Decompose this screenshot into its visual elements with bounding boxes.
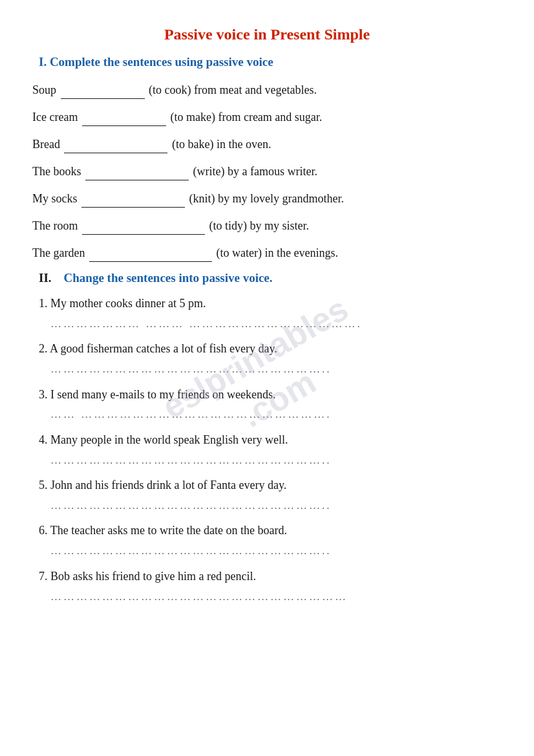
answer-line-7[interactable]: …………………………………………………………… xyxy=(50,589,502,605)
blank-7[interactable] xyxy=(89,244,212,262)
answer-line-1[interactable]: ………………… ……… …………………………………. xyxy=(50,316,502,332)
exercise-item-5: 5. John and his friends drink a lot of F… xyxy=(32,476,502,495)
item-5-text: John and his friends drink a lot of Fant… xyxy=(50,479,286,491)
exercise-item-6: 6. The teacher asks me to write the date… xyxy=(32,521,502,540)
item-4-num: 4. xyxy=(39,433,48,446)
item-4-text: Many people in the world speak English v… xyxy=(50,433,288,446)
item-2-text: A good fisherman catches a lot of fish e… xyxy=(50,342,277,355)
blank-4[interactable] xyxy=(85,162,189,180)
sentence-2-rest: (to make) from cream and sugar. xyxy=(170,111,322,124)
item-2-num: 2. xyxy=(39,342,48,355)
exercise-item-1: 1. My mother cooks dinner at 5 pm. xyxy=(32,294,502,313)
sentence-5-start: My socks xyxy=(32,192,78,205)
sentence-4-start: The books xyxy=(32,165,81,178)
sentence-row-1: Soup (to cook) from meat and vegetables. xyxy=(32,81,502,99)
sentence-5-rest: (knit) by my lovely grandmother. xyxy=(189,192,344,205)
answer-line-3[interactable]: …… …………………………………………………. xyxy=(50,406,502,423)
item-7-num: 7. xyxy=(39,570,48,583)
sentence-3-start: Bread xyxy=(32,138,60,151)
item-1-text: My mother cooks dinner at 5 pm. xyxy=(50,297,206,310)
section-1: I. Complete the sentences using passive … xyxy=(32,55,502,262)
section-2-roman: II. xyxy=(39,271,52,285)
sentence-1-start: Soup xyxy=(32,83,56,96)
sentence-4-rest: (write) by a famous writer. xyxy=(193,165,317,178)
exercise-item-4: 4. Many people in the world speak Englis… xyxy=(32,431,502,449)
blank-3[interactable] xyxy=(64,135,167,153)
sentence-1-rest: (to cook) from meat and vegetables. xyxy=(149,83,317,96)
sentence-row-2: Ice cream (to make) from cream and sugar… xyxy=(32,108,502,126)
answer-line-4[interactable]: ……………………………………………………….. xyxy=(50,452,502,469)
answer-line-5[interactable]: ……………………………………………………….. xyxy=(50,497,502,514)
section-2-heading: II. Change the sentences into passive vo… xyxy=(39,271,502,285)
sentence-row-3: Bread (to bake) in the oven. xyxy=(32,135,502,153)
exercise-item-3: 3. I send many e-mails to my friends on … xyxy=(32,385,502,404)
sentence-3-rest: (to bake) in the oven. xyxy=(172,138,271,151)
blank-2[interactable] xyxy=(82,108,166,126)
item-3-text: I send many e-mails to my friends on wee… xyxy=(50,388,275,401)
section-2-heading-text: Change the sentences into passive voice. xyxy=(64,271,273,285)
item-1-num: 1. xyxy=(39,297,48,310)
sentence-6-rest: (to tidy) by my sister. xyxy=(209,219,309,232)
exercise-item-2: 2. A good fisherman catches a lot of fis… xyxy=(32,340,502,358)
item-6-num: 6. xyxy=(39,524,48,537)
item-7-text: Bob asks his friend to give him a red pe… xyxy=(50,570,256,583)
page-title: Passive voice in Present Simple xyxy=(32,26,502,43)
sentence-2-start: Ice cream xyxy=(32,111,78,124)
blank-6[interactable] xyxy=(82,217,205,235)
sentence-row-5: My socks (knit) by my lovely grandmother… xyxy=(32,189,502,208)
item-6-text: The teacher asks me to write the date on… xyxy=(50,524,287,537)
blank-1[interactable] xyxy=(61,81,145,99)
section-1-heading: I. Complete the sentences using passive … xyxy=(39,55,502,69)
sentence-7-rest: (to water) in the evenings. xyxy=(216,246,337,259)
item-5-num: 5. xyxy=(39,479,48,491)
sentence-row-7: The garden (to water) in the evenings. xyxy=(32,244,502,262)
item-3-num: 3. xyxy=(39,388,48,401)
sentence-6-start: The room xyxy=(32,219,78,232)
answer-line-2[interactable]: ……………………………………………………….. xyxy=(50,361,502,378)
sentence-7-start: The garden xyxy=(32,246,85,259)
section-2: II. Change the sentences into passive vo… xyxy=(32,271,502,605)
sentence-row-4: The books (write) by a famous writer. xyxy=(32,162,502,180)
exercise-item-7: 7. Bob asks his friend to give him a red… xyxy=(32,567,502,586)
blank-5[interactable] xyxy=(81,189,185,208)
sentence-row-6: The room (to tidy) by my sister. xyxy=(32,217,502,235)
answer-line-6[interactable]: ……………………………………………………….. xyxy=(50,543,502,559)
